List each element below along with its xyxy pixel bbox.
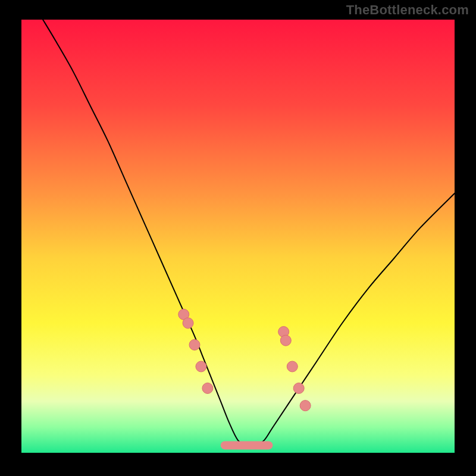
data-marker [280,335,291,346]
data-marker [293,383,304,394]
data-marker [196,361,206,372]
watermark-label: TheBottleneck.com [346,2,469,18]
data-marker [300,400,311,411]
optimal-range-band [221,441,273,449]
chart-frame: TheBottleneck.com [0,0,476,476]
data-marker [287,361,298,372]
data-marker [189,340,200,350]
bottleneck-chart [0,0,476,476]
data-marker [202,383,213,394]
data-marker [183,318,193,328]
plot-background [21,19,455,453]
